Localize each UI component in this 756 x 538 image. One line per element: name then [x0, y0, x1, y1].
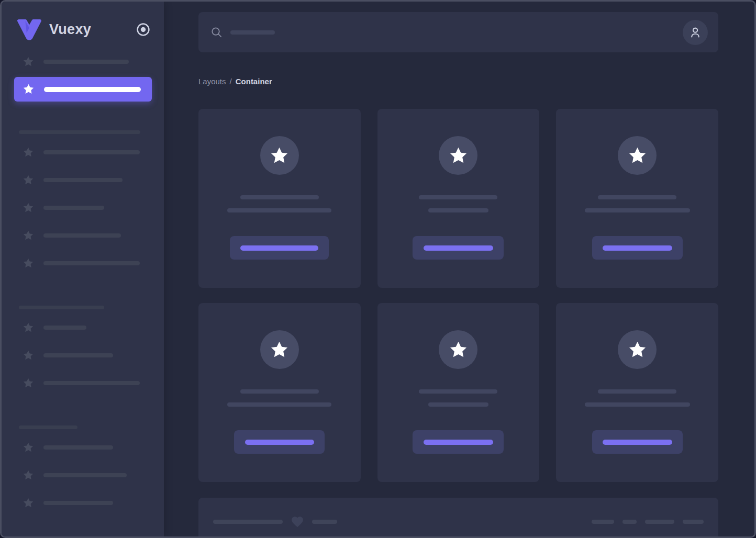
- button-label-skeleton: [424, 440, 493, 445]
- card-avatar-circle: [618, 136, 657, 175]
- heart-icon: [291, 515, 304, 529]
- search-placeholder-skeleton: [230, 30, 275, 35]
- card-avatar-circle: [439, 136, 477, 175]
- sidebar-menu-item[interactable]: [2, 48, 164, 75]
- footer-link-skeleton[interactable]: [645, 520, 674, 524]
- sidebar-menu-item[interactable]: [2, 369, 164, 397]
- footer-left: [213, 515, 337, 529]
- user-avatar[interactable]: [683, 20, 708, 45]
- sidebar-menu-item[interactable]: [2, 433, 164, 461]
- breadcrumb-current: Container: [236, 77, 272, 86]
- star-icon: [23, 174, 34, 186]
- card-action-button[interactable]: [592, 430, 683, 454]
- card-title-skeleton: [598, 195, 676, 199]
- menu-item-label-skeleton: [43, 501, 113, 505]
- footer-text-skeleton: [312, 520, 337, 524]
- menu-item-label-skeleton: [43, 445, 113, 450]
- card-action-button[interactable]: [413, 236, 504, 260]
- star-icon: [23, 147, 34, 158]
- star-icon: [270, 146, 289, 165]
- menu-item-label-skeleton: [43, 233, 121, 238]
- feature-card: [377, 109, 540, 288]
- sidebar-menu-item[interactable]: [2, 249, 164, 277]
- star-icon: [449, 340, 468, 360]
- sidebar-menu-item[interactable]: [2, 341, 164, 369]
- card-action-button[interactable]: [234, 430, 325, 454]
- card-subtitle-skeleton: [585, 208, 690, 212]
- footer-links: [592, 520, 704, 524]
- sidebar-menu-item[interactable]: [2, 489, 164, 517]
- app-window: Vuexy: [0, 0, 756, 538]
- feature-card: [556, 303, 718, 482]
- sidebar-section-header: [19, 422, 164, 431]
- search-icon: [210, 26, 223, 38]
- star-icon: [23, 377, 34, 389]
- button-label-skeleton: [424, 245, 493, 251]
- sidebar-pin-toggle[interactable]: [136, 23, 150, 37]
- footer-text-skeleton: [213, 520, 283, 524]
- sidebar-section-header: [19, 302, 164, 311]
- star-icon: [449, 146, 468, 165]
- star-icon: [23, 257, 34, 269]
- sidebar-header: Vuexy: [2, 2, 164, 40]
- card-action-button[interactable]: [413, 430, 504, 454]
- menu-item-label-skeleton: [43, 261, 140, 265]
- radio-circle-dot-icon: [136, 23, 150, 37]
- card-avatar-circle: [618, 330, 657, 369]
- card-action-button[interactable]: [592, 236, 683, 260]
- vuexy-logo[interactable]: Vuexy: [16, 18, 136, 40]
- feature-card: [556, 109, 718, 288]
- button-label-skeleton: [603, 245, 672, 251]
- card-action-button[interactable]: [230, 236, 329, 260]
- menu-item-label-skeleton: [43, 326, 86, 330]
- card-avatar-circle: [260, 330, 299, 369]
- search-input[interactable]: [210, 26, 683, 38]
- sidebar: Vuexy: [2, 2, 164, 536]
- cards-grid: [198, 109, 718, 482]
- card-title-skeleton: [240, 195, 319, 199]
- sidebar-menu-item[interactable]: [2, 313, 164, 341]
- sidebar-menu-item[interactable]: [2, 166, 164, 194]
- card-subtitle-skeleton: [585, 402, 690, 407]
- card-title-skeleton: [598, 389, 676, 394]
- footer-link-skeleton[interactable]: [592, 520, 614, 524]
- section-header-skeleton: [19, 130, 140, 134]
- card-subtitle-skeleton: [428, 402, 488, 407]
- button-label-skeleton: [240, 245, 318, 251]
- feature-card: [377, 303, 540, 482]
- star-icon: [270, 340, 289, 360]
- sidebar-section-header: [19, 127, 164, 136]
- section-header-skeleton: [19, 425, 77, 429]
- menu-item-label-skeleton: [43, 473, 127, 477]
- sidebar-menu-item[interactable]: [2, 461, 164, 489]
- breadcrumb-separator: /: [230, 77, 232, 86]
- card-subtitle-skeleton: [227, 208, 331, 212]
- star-icon: [628, 340, 647, 360]
- sidebar-menu-item-active[interactable]: [14, 77, 152, 102]
- sidebar-menu-item[interactable]: [2, 221, 164, 249]
- star-icon: [628, 146, 647, 165]
- button-label-skeleton: [603, 440, 672, 445]
- menu-item-label-skeleton: [43, 381, 140, 385]
- feature-card: [198, 303, 361, 482]
- card-subtitle-skeleton: [428, 208, 488, 212]
- feature-card: [198, 109, 361, 288]
- section-header-skeleton: [19, 306, 104, 309]
- menu-item-label-skeleton: [43, 60, 129, 64]
- menu-item-label-skeleton: [43, 150, 140, 154]
- footer-link-skeleton[interactable]: [683, 520, 704, 524]
- menu-item-label-skeleton: [43, 206, 104, 210]
- top-navbar: [198, 12, 718, 52]
- sidebar-menu-item[interactable]: [2, 194, 164, 221]
- star-icon: [23, 202, 34, 214]
- footer-link-skeleton[interactable]: [622, 520, 637, 524]
- menu-item-label-skeleton: [44, 87, 141, 92]
- menu-item-label-skeleton: [43, 353, 113, 357]
- star-icon: [23, 230, 34, 241]
- sidebar-menu-item[interactable]: [2, 138, 164, 166]
- card-avatar-circle: [260, 136, 299, 175]
- breadcrumb-parent-link[interactable]: Layouts: [198, 77, 226, 86]
- breadcrumb: Layouts / Container: [198, 77, 718, 86]
- star-icon: [23, 442, 34, 453]
- star-icon: [23, 469, 34, 481]
